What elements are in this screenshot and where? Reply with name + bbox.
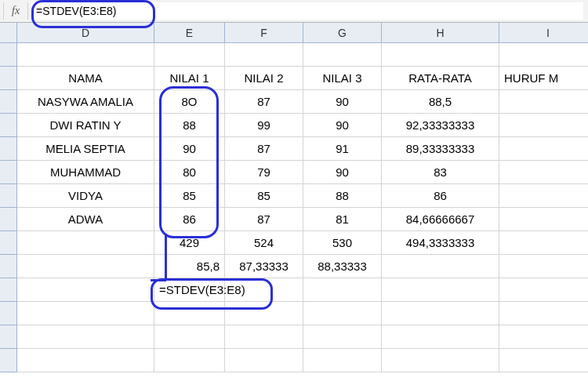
header-nilai3[interactable]: NILAI 3 bbox=[303, 67, 382, 90]
cell-nilai2[interactable]: 85 bbox=[225, 184, 303, 208]
cell[interactable] bbox=[303, 349, 382, 372]
col-header-D[interactable]: D bbox=[17, 23, 154, 43]
cell-avg-g[interactable]: 88,33333 bbox=[303, 255, 382, 278]
col-header-H[interactable]: H bbox=[382, 23, 499, 43]
cell[interactable] bbox=[225, 43, 303, 67]
row-header[interactable] bbox=[0, 184, 17, 208]
cell-nilai3[interactable]: 90 bbox=[303, 114, 382, 137]
cell[interactable] bbox=[154, 325, 225, 349]
row-header[interactable] bbox=[0, 161, 17, 184]
row-header[interactable] bbox=[0, 43, 17, 67]
fx-icon[interactable]: fx bbox=[7, 5, 24, 17]
row-header[interactable] bbox=[0, 137, 17, 161]
cell-nama[interactable]: VIDYA bbox=[17, 184, 154, 208]
row-header[interactable] bbox=[0, 255, 17, 278]
cell[interactable] bbox=[17, 349, 154, 372]
cell[interactable] bbox=[154, 349, 225, 372]
cell[interactable] bbox=[225, 349, 303, 372]
cell[interactable] bbox=[499, 349, 588, 372]
cell-rata[interactable]: 92,33333333 bbox=[382, 114, 499, 137]
cell[interactable] bbox=[499, 278, 588, 302]
cell-avg-f[interactable]: 87,33333 bbox=[225, 255, 303, 278]
col-header-I[interactable]: I bbox=[499, 23, 588, 43]
cell-nama[interactable]: NASYWA AMALIA bbox=[17, 90, 154, 114]
col-header-F[interactable]: F bbox=[225, 23, 303, 43]
cell[interactable] bbox=[382, 43, 499, 67]
cell-nilai2[interactable]: 87 bbox=[225, 90, 303, 114]
cell-nilai2[interactable]: 87 bbox=[225, 137, 303, 161]
cell-rata[interactable]: 89,33333333 bbox=[382, 137, 499, 161]
header-nama[interactable]: NAMA bbox=[17, 67, 154, 90]
row-header[interactable] bbox=[0, 114, 17, 137]
cell-sum-e[interactable]: 429 bbox=[154, 231, 225, 255]
cell-nilai2[interactable]: 99 bbox=[225, 114, 303, 137]
cell[interactable] bbox=[499, 161, 588, 184]
cell[interactable] bbox=[499, 325, 588, 349]
cell-nilai3[interactable]: 91 bbox=[303, 137, 382, 161]
cell[interactable] bbox=[499, 255, 588, 278]
cell-nama[interactable]: DWI RATIN Y bbox=[17, 114, 154, 137]
cell-nilai1[interactable]: 90 bbox=[154, 137, 225, 161]
cell[interactable] bbox=[17, 278, 154, 302]
cell[interactable] bbox=[499, 90, 588, 114]
cell[interactable] bbox=[499, 137, 588, 161]
cell-sum-h[interactable]: 494,3333333 bbox=[382, 231, 499, 255]
cell[interactable] bbox=[382, 278, 499, 302]
row-header[interactable] bbox=[0, 302, 17, 325]
cell-nilai1[interactable]: 86 bbox=[154, 208, 225, 231]
cell-nilai1[interactable]: 80 bbox=[154, 161, 225, 184]
cell[interactable] bbox=[154, 43, 225, 67]
cell[interactable] bbox=[225, 278, 303, 302]
cell-rata[interactable]: 88,5 bbox=[382, 90, 499, 114]
cell-nilai1[interactable]: 88 bbox=[154, 114, 225, 137]
cell[interactable] bbox=[382, 325, 499, 349]
cell-nilai1[interactable]: 85 bbox=[154, 184, 225, 208]
formula-input[interactable] bbox=[31, 2, 583, 20]
col-header-E[interactable]: E bbox=[154, 23, 225, 43]
cell-nilai3[interactable]: 88 bbox=[303, 184, 382, 208]
cell-rata[interactable]: 84,66666667 bbox=[382, 208, 499, 231]
cell[interactable] bbox=[17, 43, 154, 67]
row-header[interactable] bbox=[0, 349, 17, 372]
cell-nilai2[interactable]: 87 bbox=[225, 208, 303, 231]
cell-nilai1[interactable]: 8O bbox=[154, 90, 225, 114]
cell[interactable] bbox=[303, 302, 382, 325]
cell-stdev-formula[interactable]: =STDEV(E3:E8) bbox=[154, 278, 225, 302]
spreadsheet-grid[interactable]: D E F G H I NAMA NILAI 1 NILAI 2 NILAI 3… bbox=[0, 23, 588, 372]
cell[interactable] bbox=[499, 43, 588, 67]
row-header[interactable] bbox=[0, 278, 17, 302]
header-rata[interactable]: RATA-RATA bbox=[382, 67, 499, 90]
cell[interactable] bbox=[382, 302, 499, 325]
cell[interactable] bbox=[499, 208, 588, 231]
cell[interactable] bbox=[303, 43, 382, 67]
cell[interactable] bbox=[382, 255, 499, 278]
row-header[interactable] bbox=[0, 67, 17, 90]
cell-rata[interactable]: 86 bbox=[382, 184, 499, 208]
row-header[interactable] bbox=[0, 231, 17, 255]
cell[interactable] bbox=[303, 325, 382, 349]
header-nilai2[interactable]: NILAI 2 bbox=[225, 67, 303, 90]
col-header-G[interactable]: G bbox=[303, 23, 382, 43]
cell-nama[interactable]: ADWA bbox=[17, 208, 154, 231]
cell[interactable] bbox=[303, 278, 382, 302]
cell-nilai2[interactable]: 79 bbox=[225, 161, 303, 184]
cell-sum-f[interactable]: 524 bbox=[225, 231, 303, 255]
cell[interactable] bbox=[154, 302, 225, 325]
cell-rata[interactable]: 83 bbox=[382, 161, 499, 184]
row-header[interactable] bbox=[0, 208, 17, 231]
cell[interactable] bbox=[499, 302, 588, 325]
cell-nama[interactable]: MUHAMMAD bbox=[17, 161, 154, 184]
select-all-corner[interactable] bbox=[0, 23, 17, 43]
cell[interactable] bbox=[382, 349, 499, 372]
cell[interactable] bbox=[499, 231, 588, 255]
cell[interactable] bbox=[17, 302, 154, 325]
cell-nilai3[interactable]: 90 bbox=[303, 161, 382, 184]
cell[interactable] bbox=[225, 325, 303, 349]
cell[interactable] bbox=[17, 255, 154, 278]
cell[interactable] bbox=[225, 302, 303, 325]
cell-nilai3[interactable]: 81 bbox=[303, 208, 382, 231]
cell[interactable] bbox=[17, 231, 154, 255]
cell-avg-e[interactable]: 85,8 bbox=[154, 255, 225, 278]
row-header[interactable] bbox=[0, 90, 17, 114]
cell-nilai3[interactable]: 90 bbox=[303, 90, 382, 114]
